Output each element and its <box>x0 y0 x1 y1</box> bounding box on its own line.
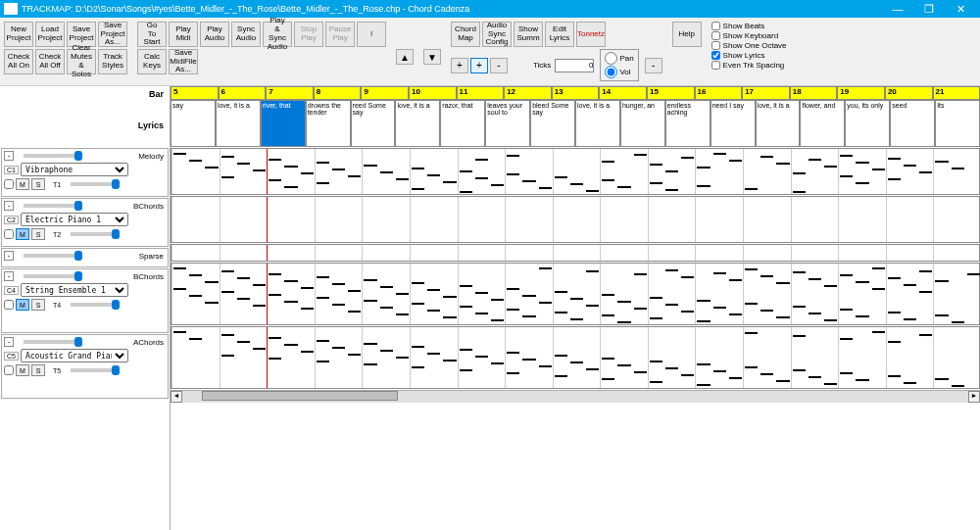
solo-button[interactable]: S <box>31 228 45 240</box>
lyric-cell[interactable]: need I say <box>710 100 756 147</box>
track-lanes-pane[interactable]: ◄ ► <box>171 147 980 530</box>
track-fader[interactable] <box>24 340 82 344</box>
track-lane[interactable] <box>171 196 980 243</box>
lyric-cell[interactable]: say <box>171 100 216 147</box>
track-fader[interactable] <box>24 274 82 278</box>
track-lane[interactable] <box>171 263 980 325</box>
ticks-input[interactable] <box>555 59 594 72</box>
lyric-cell[interactable]: leaves your soul to <box>485 100 530 147</box>
bar-cell[interactable]: 5 <box>171 86 219 100</box>
go-to-start-button[interactable]: Go To Start <box>137 22 167 47</box>
collapse-button[interactable]: - <box>4 251 14 261</box>
--button[interactable]: - <box>490 58 508 73</box>
h-scrollbar[interactable]: ◄ ► <box>171 390 980 402</box>
audio-sync-config-button[interactable]: Audio Sync Config <box>482 22 512 47</box>
track-enable-check[interactable] <box>4 365 14 375</box>
scroll-right-button[interactable]: ► <box>968 391 980 403</box>
collapse-button[interactable]: - <box>4 337 14 347</box>
track-vol-slider[interactable] <box>71 368 120 372</box>
save-midifile-as--button[interactable]: Save MidiFile As... <box>169 49 198 74</box>
mute-button[interactable]: M <box>16 299 29 311</box>
lyric-cell[interactable]: love, it is a <box>575 100 620 147</box>
track-fader[interactable] <box>24 204 82 208</box>
close-button[interactable]: ✕ <box>945 3 976 16</box>
down-button[interactable]: ▼ <box>423 49 441 65</box>
lyric-cell[interactable]: seed <box>890 100 935 147</box>
lyric-cell[interactable]: drowns the tender <box>306 100 351 147</box>
bar-cell[interactable]: 17 <box>742 86 790 100</box>
bar-ruler[interactable]: 56789101112131415161718192021 <box>171 86 980 100</box>
collapse-button[interactable]: - <box>4 151 14 161</box>
--button[interactable]: + <box>470 58 488 73</box>
check-all-on-button[interactable]: Check All On <box>4 49 33 74</box>
check-show-keyboard[interactable]: Show Keyboard <box>711 31 787 40</box>
track-enable-check[interactable] <box>4 300 14 310</box>
pause-play-button[interactable]: Pause Play <box>325 22 355 47</box>
maximize-button[interactable]: ❐ <box>913 3 945 16</box>
bar-cell[interactable]: 14 <box>599 86 647 100</box>
lyric-cell[interactable]: river, that <box>261 100 306 147</box>
load-project-button[interactable]: Load Project <box>35 22 65 47</box>
track-lane[interactable] <box>171 244 980 262</box>
track-fader[interactable] <box>24 154 82 158</box>
play-audio-button[interactable]: Play Audio <box>200 22 229 47</box>
track-vol-slider[interactable] <box>71 232 120 236</box>
lyric-cell[interactable]: hunger, an <box>620 100 665 147</box>
bar-cell[interactable]: 9 <box>361 86 409 100</box>
solo-button[interactable]: S <box>31 299 45 311</box>
bar-cell[interactable]: 15 <box>647 86 695 100</box>
bar-cell[interactable]: 10 <box>409 86 457 100</box>
minimize-button[interactable]: — <box>882 3 913 15</box>
scroll-thumb[interactable] <box>202 391 398 401</box>
solo-button[interactable]: S <box>31 178 45 190</box>
collapse-button[interactable]: - <box>4 201 14 211</box>
lyric-cell[interactable]: love, it is a <box>216 100 261 147</box>
track-fader[interactable] <box>24 254 82 258</box>
play-midi-button[interactable]: Play Midi <box>169 22 198 47</box>
stop-play-button[interactable]: Stop Play <box>294 22 323 47</box>
bar-cell[interactable]: 8 <box>314 86 362 100</box>
lyric-cell[interactable]: love, it is a <box>756 100 801 147</box>
new-project-button[interactable]: New Project <box>4 22 33 47</box>
lyric-cell[interactable]: you, its only <box>845 100 890 147</box>
track-lane[interactable] <box>171 326 980 389</box>
track-styles-button[interactable]: Track Styles <box>98 49 127 74</box>
bar-cell[interactable]: 7 <box>266 86 314 100</box>
lyrics-row[interactable]: saylove, it is ariver, thatdrowns the te… <box>171 100 980 147</box>
play-sync-audio-button[interactable]: Play & Sync Audio <box>263 22 292 47</box>
up-button[interactable]: ▲ <box>396 49 414 65</box>
track-vol-slider[interactable] <box>71 303 120 307</box>
collapse-button[interactable]: - <box>4 271 14 281</box>
bar-cell[interactable]: 21 <box>933 86 981 100</box>
track-vol-slider[interactable] <box>71 182 120 186</box>
scroll-left-button[interactable]: ◄ <box>171 391 182 403</box>
check-even-trk-spacing[interactable]: Even Trk Spacing <box>711 61 787 70</box>
lyric-cell[interactable]: flower, and <box>800 100 845 147</box>
save-project-as--button[interactable]: Save Project As... <box>98 22 127 47</box>
mute-button[interactable]: M <box>16 228 29 240</box>
track-lane[interactable] <box>171 148 980 195</box>
show-summ-button[interactable]: Show Summ <box>514 22 543 47</box>
mute-button[interactable]: M <box>16 364 29 376</box>
pv-minus-button[interactable]: - <box>645 58 662 73</box>
instrument-select[interactable]: Vibraphone <box>21 163 128 176</box>
chord-map-button[interactable]: Chord Map <box>451 22 480 47</box>
edit-lyrics-button[interactable]: Edit Lyrics <box>545 22 574 47</box>
check-show-beats[interactable]: Show Beats <box>711 22 787 30</box>
tonnetz-button[interactable]: Tonnetz <box>576 22 606 47</box>
bar-cell[interactable]: 12 <box>504 86 552 100</box>
check-show-one-octave[interactable]: Show One Octave <box>711 41 787 50</box>
pan-radio[interactable] <box>605 52 617 65</box>
lyric-cell[interactable]: endless aching <box>665 100 710 147</box>
lyric-cell[interactable]: bleed Some say <box>530 100 575 147</box>
check-show-lyrics[interactable]: Show Lyrics <box>711 51 787 60</box>
mute-button[interactable]: M <box>16 178 29 190</box>
bar-cell[interactable]: 16 <box>695 86 743 100</box>
instrument-select[interactable]: String Ensemble 1 <box>21 283 128 297</box>
instrument-select[interactable]: Electric Piano 1 <box>21 213 128 226</box>
lyric-cell[interactable]: razor, that <box>440 100 485 147</box>
track-enable-check[interactable] <box>4 179 14 189</box>
instrument-select[interactable]: Acoustic Grand Piano <box>21 349 128 362</box>
bar-cell[interactable]: 18 <box>790 86 838 100</box>
lyric-cell[interactable]: reed Some say <box>351 100 396 147</box>
